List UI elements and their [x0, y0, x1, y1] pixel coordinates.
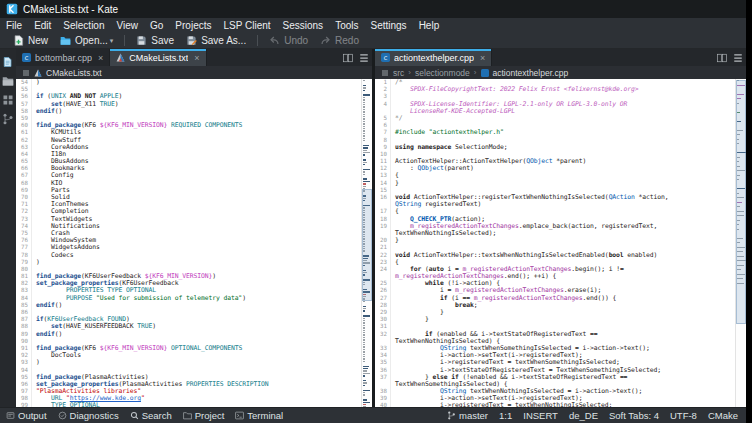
line-number[interactable]: 2	[375, 86, 391, 93]
line-number[interactable]: 13	[375, 172, 391, 179]
line-number[interactable]: 37	[375, 374, 391, 381]
line-number[interactable]: 68	[16, 180, 32, 187]
line-number[interactable]: 73	[16, 216, 32, 223]
terminal-toggle[interactable]: Terminal	[235, 410, 283, 421]
line-number[interactable]: 11	[375, 158, 391, 165]
line-number[interactable]: 82	[16, 280, 32, 287]
open-button[interactable]: Open... ▾	[55, 34, 118, 47]
hamburger-icon[interactable]	[381, 69, 389, 77]
line-number[interactable]: 63	[16, 144, 32, 151]
line-number[interactable]: 36	[375, 367, 391, 374]
tab-overview-button[interactable]	[356, 49, 372, 66]
line-number[interactable]: 24	[375, 266, 391, 273]
menu-item[interactable]: Selection	[57, 18, 110, 33]
line-number[interactable]: 57	[16, 101, 32, 108]
line-number[interactable]: 83	[16, 287, 32, 294]
line-number[interactable]: 29	[375, 309, 391, 316]
line-number[interactable]: 93	[16, 359, 32, 366]
tab-settings[interactable]: Soft Tabs: 4	[609, 410, 659, 421]
menu-item[interactable]: Sessions	[277, 18, 330, 33]
line-number[interactable]: 3	[375, 93, 391, 100]
split-view-button[interactable]	[714, 49, 730, 66]
line-number[interactable]: 35	[375, 359, 391, 366]
line-number[interactable]: 92	[16, 352, 32, 359]
line-number[interactable]	[375, 230, 391, 237]
menu-item[interactable]: Help	[413, 18, 446, 33]
line-number[interactable]: 8	[375, 137, 391, 144]
close-icon[interactable]: ×	[192, 53, 199, 63]
line-number[interactable]: 17	[375, 208, 391, 215]
line-number[interactable]: 94	[16, 367, 32, 374]
hamburger-icon[interactable]	[22, 69, 30, 77]
menu-item[interactable]: Go	[144, 18, 169, 33]
line-number[interactable]: 32	[375, 331, 391, 338]
line-number[interactable]	[375, 108, 391, 115]
line-number[interactable]: 62	[16, 137, 32, 144]
line-number[interactable]: 16	[375, 194, 391, 201]
line-number[interactable]: 4	[375, 101, 391, 108]
projects-panel-icon[interactable]	[2, 92, 14, 104]
split-view-button[interactable]	[340, 49, 356, 66]
line-number[interactable]: 54	[16, 79, 32, 86]
cursor-position[interactable]: 1:1	[499, 410, 512, 421]
dictionary[interactable]: de_DE	[569, 410, 598, 421]
line-number[interactable]: 19	[375, 223, 391, 230]
line-number[interactable]: 71	[16, 201, 32, 208]
menu-item[interactable]: View	[111, 18, 145, 33]
breadcrumb-item[interactable]: src	[393, 68, 404, 78]
line-number[interactable]: 61	[16, 129, 32, 136]
line-number[interactable]: 91	[16, 345, 32, 352]
project-toggle[interactable]: Project	[183, 410, 225, 421]
line-number[interactable]: 75	[16, 230, 32, 237]
line-number[interactable]: 79	[16, 259, 32, 266]
line-number[interactable]: 64	[16, 151, 32, 158]
tab-bottombar-cpp[interactable]: C bottombar.cpp ×	[16, 49, 110, 66]
line-number[interactable]: 90	[16, 338, 32, 345]
line-number[interactable]: 31	[375, 323, 391, 330]
line-number[interactable]: 69	[16, 187, 32, 194]
menu-item[interactable]: Edit	[28, 18, 57, 33]
line-number[interactable]: 10	[375, 151, 391, 158]
breadcrumb-item[interactable]: selectionmode	[415, 68, 470, 78]
line-number[interactable]: 84	[16, 295, 32, 302]
line-number[interactable]: 86	[16, 309, 32, 316]
line-number[interactable]: 88	[16, 323, 32, 330]
line-number[interactable]: 5	[375, 115, 391, 122]
close-icon[interactable]: ×	[96, 53, 103, 63]
line-number[interactable]: 66	[16, 165, 32, 172]
line-number[interactable]: 60	[16, 122, 32, 129]
line-number[interactable]: 58	[16, 108, 32, 115]
left-code-lines[interactable]: 54 ) 55 56 if (UNIX AND NOT APPLE)	[16, 79, 361, 407]
line-number[interactable]: 76	[16, 237, 32, 244]
line-number[interactable]: 56	[16, 93, 32, 100]
search-toggle[interactable]: Search	[130, 410, 172, 421]
right-code-lines[interactable]: 1 /* 2 SPDX-FileCopyrightText: 2022 Feli…	[375, 79, 735, 407]
diagnostics-toggle[interactable]: Diagnostics	[58, 410, 119, 421]
documents-panel-icon[interactable]	[2, 54, 14, 66]
line-number[interactable]: 72	[16, 208, 32, 215]
line-number[interactable]: 38	[375, 388, 391, 395]
line-number[interactable]: 7	[375, 129, 391, 136]
tab-cmakelists-txt[interactable]: CMakeLists.txt ×	[110, 49, 206, 66]
line-number[interactable]: 81	[16, 273, 32, 280]
line-number[interactable]: 26	[375, 287, 391, 294]
line-number[interactable]: 15	[375, 187, 391, 194]
line-number[interactable]: 67	[16, 172, 32, 179]
line-number[interactable]	[375, 381, 391, 388]
filesystem-panel-icon[interactable]	[2, 73, 14, 85]
breadcrumb-item[interactable]: CMakeLists.txt	[46, 68, 102, 78]
line-number[interactable]: 14	[375, 180, 391, 187]
line-number[interactable]: 20	[375, 237, 391, 244]
line-number[interactable]: 21	[375, 244, 391, 251]
line-number[interactable]: 22	[375, 252, 391, 259]
encoding[interactable]: UTF-8	[670, 410, 697, 421]
right-editor[interactable]: 1 /* 2 SPDX-FileCopyrightText: 2022 Feli…	[375, 79, 746, 407]
line-number[interactable]: 95	[16, 374, 32, 381]
tab-actiontexthelper-cpp[interactable]: C actiontexthelper.cpp ×	[375, 49, 492, 66]
line-number[interactable]: 97	[16, 388, 32, 395]
line-number[interactable]: 65	[16, 158, 32, 165]
tab-overview-button[interactable]	[730, 49, 746, 66]
syntax-mode[interactable]: CMake	[708, 410, 738, 421]
titlebar[interactable]: CMakeLists.txt - Kate	[0, 0, 746, 18]
line-number[interactable]: 6	[375, 122, 391, 129]
